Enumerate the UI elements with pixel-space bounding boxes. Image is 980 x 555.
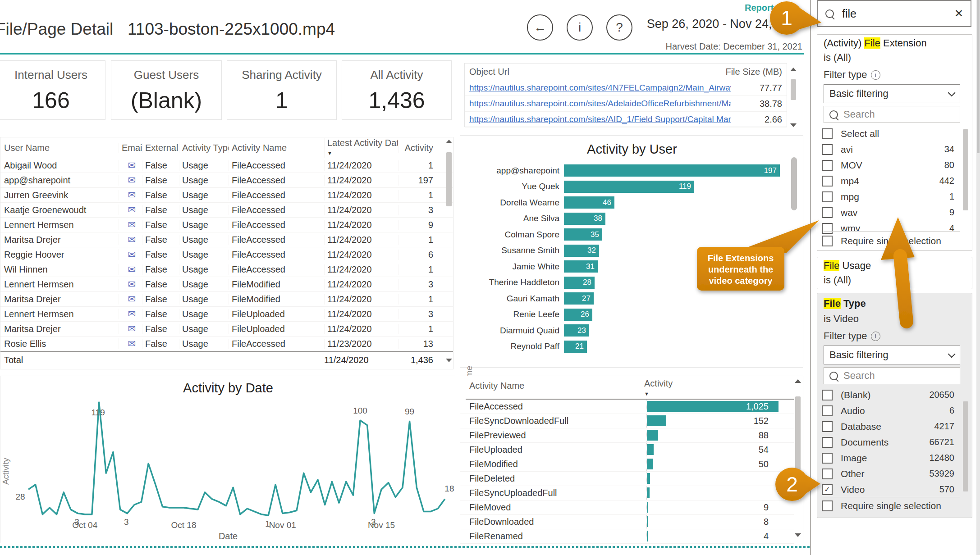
filter-option[interactable]: Other53929 — [817, 466, 966, 482]
back-button[interactable]: ← — [527, 14, 553, 41]
checkbox[interactable]: ✓ — [822, 484, 833, 495]
filter-option[interactable]: Select all — [817, 126, 966, 141]
file-size-column-header[interactable]: File Size (MB) — [725, 67, 782, 77]
filter-option[interactable]: Documents66721 — [817, 434, 966, 450]
scrollbar-thumb[interactable] — [791, 79, 796, 100]
checkbox[interactable] — [822, 223, 833, 234]
user-table-scrollbar[interactable] — [445, 140, 453, 365]
checkbox[interactable] — [822, 437, 833, 448]
col-external[interactable]: External — [142, 143, 179, 153]
checkbox[interactable] — [822, 176, 833, 187]
filter-type-dropdown[interactable]: Basic filtering — [824, 84, 960, 103]
bar[interactable] — [647, 516, 648, 527]
bar[interactable] — [647, 415, 666, 426]
checkbox[interactable] — [822, 160, 833, 171]
bar[interactable]: 38 — [564, 213, 605, 225]
filter-option[interactable]: mpg1 — [817, 189, 966, 205]
filter-option[interactable]: (Blank)20650 — [817, 387, 966, 403]
bar[interactable] — [647, 502, 648, 513]
bar[interactable] — [647, 430, 658, 441]
filter-option[interactable]: Audio6 — [817, 403, 966, 419]
checkbox[interactable] — [822, 469, 833, 479]
bar[interactable]: 197 — [564, 164, 780, 177]
checkbox[interactable] — [822, 500, 833, 511]
close-icon[interactable]: ✕ — [954, 7, 963, 20]
checkbox[interactable] — [822, 453, 833, 464]
checkbox[interactable] — [822, 405, 833, 416]
chart-scrollbar-thumb[interactable] — [791, 157, 797, 210]
filter-option[interactable]: MOV80 — [817, 157, 966, 173]
object-url-link[interactable]: https://nautilus.sharepoint.com/sites/4N… — [469, 83, 731, 93]
filter-option[interactable]: avi34 — [817, 141, 966, 157]
bar[interactable] — [647, 444, 654, 455]
scroll-up-icon[interactable] — [446, 140, 452, 143]
bar[interactable]: 23 — [564, 324, 589, 337]
col-activity-name[interactable]: Activity Name — [229, 143, 324, 153]
checkbox[interactable] — [822, 390, 833, 400]
filter-value-search[interactable]: Search — [824, 106, 960, 123]
bar[interactable]: 21 — [564, 341, 587, 353]
filter-type-dropdown[interactable]: Basic filtering — [824, 346, 960, 364]
bar[interactable] — [647, 531, 648, 541]
scroll-up-icon[interactable] — [790, 68, 797, 71]
pane-scrollbar[interactable] — [976, 0, 980, 555]
checkbox[interactable] — [822, 421, 833, 432]
report-link[interactable]: Report P — [745, 3, 782, 13]
col-email[interactable]: Email — [119, 143, 142, 153]
object-table-scrollbar[interactable] — [790, 66, 797, 133]
filter-option[interactable]: wmv4 — [817, 220, 966, 236]
filter-option[interactable]: Database4217 — [817, 419, 966, 434]
filter-option[interactable]: mp4442 — [817, 173, 966, 189]
bar[interactable]: 31 — [564, 260, 598, 273]
scroll-down-icon[interactable] — [446, 359, 452, 362]
object-url-column-header[interactable]: Object Url — [469, 67, 509, 77]
search-input-value[interactable]: file — [842, 7, 856, 20]
filter-card-file-usage[interactable]: File Usage is (All) — [817, 257, 972, 289]
info-circle-icon[interactable]: i — [871, 332, 880, 341]
breakdown-scrollbar[interactable] — [794, 378, 801, 541]
object-url-link[interactable]: https://nautilus.sharepoint.com/sites/AI… — [469, 114, 731, 124]
list-scrollbar-thumb[interactable] — [963, 401, 968, 491]
col-activity[interactable]: Activity — [398, 143, 453, 153]
checkbox[interactable] — [822, 191, 833, 202]
bar[interactable] — [647, 459, 653, 469]
filter-option[interactable]: ✓Video570 — [817, 482, 966, 497]
scrollbar-thumb[interactable] — [446, 152, 452, 206]
activity-type-cell: Usage — [179, 309, 229, 319]
require-single-selection[interactable]: Require single selection — [817, 236, 941, 246]
col-user-name[interactable]: User Name — [4, 143, 119, 153]
bar[interactable]: 119 — [564, 181, 694, 193]
checkbox[interactable] — [822, 144, 833, 155]
option-count: 9 — [949, 207, 954, 218]
col-activity-name[interactable]: Activity Name — [469, 381, 524, 391]
info-button[interactable]: i — [567, 14, 593, 41]
filter-option[interactable]: Image12480 — [817, 450, 966, 466]
pane-scrollbar-thumb[interactable] — [977, 0, 980, 153]
bar[interactable]: 32 — [564, 245, 599, 257]
bar[interactable] — [647, 473, 650, 484]
bar[interactable]: 46 — [564, 196, 614, 209]
scroll-down-icon[interactable] — [790, 123, 797, 127]
scroll-up-icon[interactable] — [795, 379, 801, 383]
list-scrollbar-thumb[interactable] — [963, 129, 968, 210]
filter-option[interactable]: wav9 — [817, 205, 966, 220]
col-activity-type[interactable]: Activity Type — [179, 143, 229, 153]
col-activity[interactable]: Activity ▼ — [644, 379, 673, 398]
scrollbar-thumb[interactable] — [795, 396, 801, 492]
scroll-down-icon[interactable] — [795, 533, 801, 537]
filter-value-search[interactable]: Search — [824, 367, 960, 384]
info-circle-icon[interactable]: i — [871, 70, 880, 80]
checkbox[interactable] — [822, 207, 833, 218]
bar[interactable]: 27 — [564, 292, 594, 305]
col-latest-activity-date[interactable]: Latest Activity Date ▼ — [324, 138, 398, 158]
bar[interactable]: 28 — [564, 277, 595, 289]
bar[interactable]: 35 — [564, 228, 602, 241]
require-single-selection[interactable]: Require single selection — [817, 500, 941, 511]
filter-pane-search[interactable]: file ✕ — [817, 0, 971, 27]
bar[interactable] — [647, 487, 650, 498]
option-count: 6 — [949, 405, 954, 416]
checkbox[interactable] — [822, 128, 833, 139]
object-url-link[interactable]: https://nautilus.sharepoint.com/sites/Ad… — [469, 99, 731, 109]
checkbox[interactable] — [822, 236, 833, 246]
bar[interactable]: 26 — [564, 309, 592, 321]
